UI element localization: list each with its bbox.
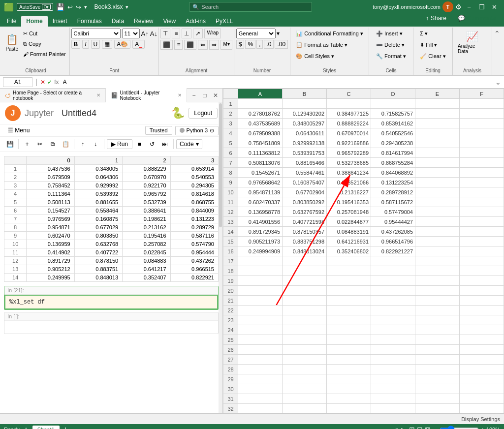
excel-cell[interactable] (283, 384, 327, 394)
excel-cell[interactable] (415, 158, 460, 168)
excel-cell[interactable] (415, 394, 460, 404)
wrap-text-button[interactable]: Wrap (204, 29, 221, 38)
cancel-formula-button[interactable]: ✕ (40, 79, 45, 86)
merge-button[interactable]: M▾ (220, 40, 232, 50)
excel-cell[interactable]: 0.976568642 (238, 178, 283, 187)
excel-cell[interactable] (415, 325, 460, 335)
excel-cell[interactable] (371, 286, 415, 296)
excel-cell[interactable] (415, 345, 460, 355)
excel-cell[interactable] (371, 355, 415, 365)
share-button[interactable]: ↑ Share (422, 12, 450, 25)
undo-button[interactable]: ↩ (67, 3, 73, 11)
excel-cell[interactable] (460, 355, 504, 365)
excel-cell[interactable] (460, 256, 504, 266)
dropdown-icon[interactable]: ▾ (126, 4, 128, 10)
excel-cell[interactable] (460, 345, 504, 355)
excel-cell[interactable] (238, 394, 283, 404)
excel-grid-container[interactable]: A B C D E F 120.2780187620.1294302020.38… (223, 89, 504, 413)
excel-cell[interactable] (371, 345, 415, 355)
excel-cell[interactable]: 0.195416353 (327, 197, 371, 207)
align-center-button[interactable]: ≡ (174, 40, 183, 50)
excel-cell[interactable] (460, 148, 504, 158)
insert-button[interactable]: ➕ Insert ▾ (374, 29, 405, 38)
percent-button[interactable]: % (245, 40, 255, 49)
excel-cell[interactable] (415, 315, 460, 325)
tab-review[interactable]: Review (129, 16, 158, 27)
excel-cell[interactable] (460, 197, 504, 207)
excel-cell[interactable] (327, 325, 371, 335)
excel-cell[interactable] (460, 384, 504, 394)
excel-cell[interactable]: 0.954871139 (238, 187, 283, 197)
expand-formula-bar-button[interactable]: ⌄ (495, 78, 501, 86)
font-size-select[interactable]: 11 (122, 29, 140, 38)
excel-cell[interactable]: 0.532738685 (327, 158, 371, 168)
align-top-button[interactable]: ⊤ (160, 29, 170, 38)
excel-cell[interactable] (415, 109, 460, 119)
excel-cell[interactable]: 0.384977125 (327, 109, 371, 119)
excel-cell[interactable] (283, 315, 327, 325)
excel-cell[interactable]: 0.822921227 (371, 246, 415, 256)
excel-cell[interactable]: 0.084883191 (327, 227, 371, 237)
jupyter-input-cell-empty[interactable]: In [ ]: (4, 312, 219, 334)
excel-cell[interactable] (371, 266, 415, 276)
excel-cell[interactable] (283, 256, 327, 266)
excel-cell[interactable]: 0.814617994 (371, 148, 415, 158)
excel-cell[interactable] (371, 276, 415, 286)
excel-cell[interactable]: 0.15452671 (238, 168, 283, 178)
comma-button[interactable]: , (256, 40, 263, 49)
excel-cell[interactable]: 0.853914162 (371, 119, 415, 128)
scroll-left-button[interactable]: ◁ (393, 427, 397, 429)
excel-cell[interactable] (415, 404, 460, 414)
page-break-preview-button[interactable]: ⊠ (425, 426, 431, 429)
excel-cell[interactable] (238, 384, 283, 394)
excel-cell[interactable]: 0.57479004 (371, 207, 415, 217)
jupyter-notebook-title[interactable]: Untitled4 (62, 108, 96, 119)
excel-cell[interactable] (371, 256, 415, 266)
excel-cell[interactable]: 0.587115672 (371, 197, 415, 207)
excel-cell[interactable] (415, 296, 460, 306)
excel-cell[interactable] (460, 266, 504, 276)
cut-button[interactable]: ✂Cut (21, 29, 68, 38)
excel-cell[interactable]: 0.352406802 (327, 246, 371, 256)
excel-cell[interactable] (371, 296, 415, 306)
excel-cell[interactable]: 0.136958778 (238, 207, 283, 217)
excel-cell[interactable]: 0.289728912 (371, 187, 415, 197)
save-notebook-button[interactable]: 💾 (4, 138, 16, 150)
excel-cell[interactable] (460, 168, 504, 178)
jupyter-input-cell-21[interactable]: In [21]: %xl_set df (4, 286, 219, 310)
excel-cell[interactable] (460, 138, 504, 148)
run-button[interactable]: ▶ Run (107, 139, 132, 149)
fill-color-button[interactable]: A🎨 (114, 40, 130, 49)
tab-data[interactable]: Data (107, 16, 129, 27)
rotate-text-button[interactable]: ↗ (193, 29, 203, 38)
paste-cell-button[interactable]: 📋 (60, 138, 71, 150)
excel-cell[interactable] (460, 237, 504, 246)
excel-cell[interactable] (238, 335, 283, 345)
excel-cell[interactable]: 0.111363812 (238, 148, 283, 158)
excel-cell[interactable] (283, 374, 327, 384)
excel-cell[interactable] (283, 99, 327, 109)
customize-icon[interactable]: ▾ (84, 4, 87, 10)
excel-cell[interactable] (415, 99, 460, 109)
excel-cell[interactable]: 0.508113076 (238, 158, 283, 168)
excel-cell[interactable] (460, 394, 504, 404)
excel-cell[interactable]: 0.891729345 (238, 227, 283, 237)
excel-cell[interactable] (460, 325, 504, 335)
excel-cell[interactable]: 0.670970014 (327, 128, 371, 138)
bold-button[interactable]: B (71, 40, 81, 49)
excel-cell[interactable] (371, 99, 415, 109)
col-header-C[interactable]: C (327, 89, 371, 99)
col-header-D[interactable]: D (371, 89, 415, 99)
excel-cell[interactable] (415, 355, 460, 365)
close-panel-button[interactable]: ✕ (211, 91, 220, 100)
excel-cell[interactable] (460, 246, 504, 256)
excel-cell[interactable] (415, 168, 460, 178)
excel-cell[interactable] (327, 335, 371, 345)
excel-cell[interactable] (371, 394, 415, 404)
col-header-E[interactable]: E (415, 89, 460, 99)
excel-cell[interactable] (371, 335, 415, 345)
excel-cell[interactable]: 0.848013024 (283, 246, 327, 256)
autosum-button[interactable]: Σ ▾ (418, 29, 430, 38)
close-tab-home-button[interactable]: ✕ (96, 92, 100, 98)
excel-cell[interactable] (371, 404, 415, 414)
